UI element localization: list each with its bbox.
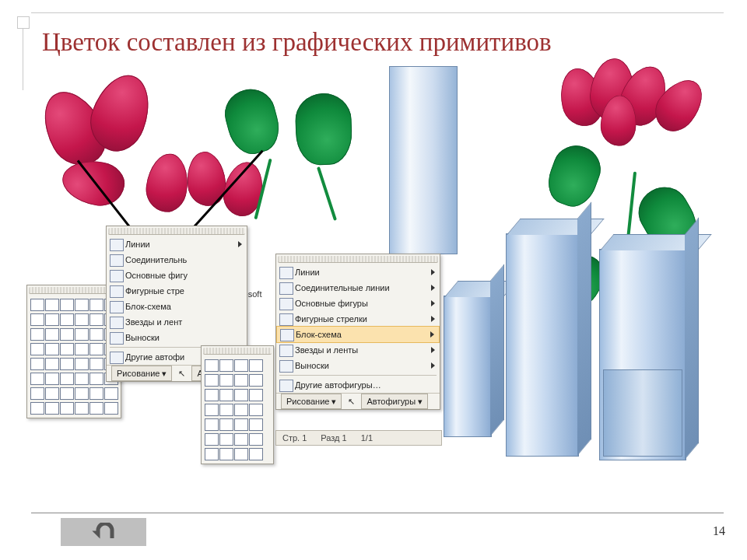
- palette-grip[interactable]: [203, 348, 272, 355]
- shape-cell[interactable]: [205, 389, 219, 401]
- shape-cell[interactable]: [89, 313, 103, 326]
- shape-cell[interactable]: [60, 402, 74, 415]
- shape-cell[interactable]: [89, 373, 103, 385]
- shape-cell[interactable]: [60, 373, 74, 385]
- shape-cell[interactable]: [89, 358, 103, 370]
- shape-cell[interactable]: [249, 389, 263, 401]
- shape-cell[interactable]: [45, 313, 59, 326]
- shape-cell[interactable]: [234, 389, 248, 401]
- shape-cell[interactable]: [89, 328, 103, 341]
- shape-cell[interactable]: [89, 387, 103, 400]
- autoshapes-menu-right[interactable]: Линии Соединительные линии Основные фигу…: [275, 254, 440, 410]
- shape-cell[interactable]: [249, 418, 263, 431]
- shape-cell[interactable]: [205, 374, 219, 387]
- menu-grip[interactable]: [278, 256, 438, 263]
- shape-cell[interactable]: [205, 404, 219, 416]
- shape-cell[interactable]: [104, 402, 118, 415]
- chevron-right-icon: [431, 300, 435, 306]
- shape-cell[interactable]: [234, 359, 248, 372]
- shape-cell[interactable]: [75, 313, 89, 326]
- shape-cell[interactable]: [75, 343, 89, 355]
- shape-cell[interactable]: [30, 343, 44, 355]
- menu-item-block-arrows[interactable]: Фигурные стре: [107, 283, 247, 299]
- chevron-right-icon: [431, 362, 435, 369]
- drawing-button[interactable]: Рисование ▾: [281, 394, 342, 409]
- status-page: Стр. 1: [282, 431, 307, 445]
- menu-item-connectors[interactable]: Соединительнь: [107, 252, 247, 268]
- menu-item-flowchart[interactable]: Блок-схема: [107, 299, 247, 314]
- shape-cell[interactable]: [30, 358, 44, 370]
- shape-cell[interactable]: [234, 374, 248, 387]
- menu-grip[interactable]: [108, 228, 245, 235]
- menu-item-callouts[interactable]: Выноски: [276, 358, 440, 373]
- menu-item-basic-shapes[interactable]: Основные фигу: [107, 268, 247, 283]
- shape-cell[interactable]: [45, 358, 59, 370]
- shape-cell[interactable]: [219, 433, 233, 446]
- shape-cell[interactable]: [45, 299, 59, 311]
- shape-cell[interactable]: [219, 448, 233, 460]
- shape-cell[interactable]: [45, 328, 59, 341]
- shape-cell[interactable]: [60, 328, 74, 341]
- shape-cell[interactable]: [30, 299, 44, 311]
- shape-cell[interactable]: [30, 313, 44, 326]
- shape-cell[interactable]: [75, 299, 89, 311]
- leaf: [219, 84, 285, 159]
- shape-cell[interactable]: [30, 387, 44, 400]
- shape-cell[interactable]: [234, 433, 248, 446]
- menu-item-stars-banners[interactable]: Звезды и лент: [107, 314, 247, 330]
- shape-cell[interactable]: [205, 359, 219, 372]
- shape-cell[interactable]: [234, 448, 248, 460]
- drawing-button[interactable]: Рисование ▾: [111, 366, 172, 381]
- shape-cell[interactable]: [219, 418, 233, 431]
- shape-cell[interactable]: [89, 343, 103, 355]
- shape-cell[interactable]: [60, 313, 74, 326]
- shape-cell[interactable]: [219, 404, 233, 416]
- shape-cell[interactable]: [60, 343, 74, 355]
- back-badge[interactable]: [61, 518, 146, 546]
- shape-cell[interactable]: [205, 418, 219, 431]
- shape-cell[interactable]: [104, 387, 118, 400]
- menu-item-lines[interactable]: Линии: [107, 236, 247, 252]
- shape-cell[interactable]: [30, 402, 44, 415]
- shape-cell[interactable]: [234, 404, 248, 416]
- menu-item-callouts[interactable]: Выноски: [107, 330, 247, 345]
- stem: [612, 172, 637, 381]
- shape-cell[interactable]: [45, 387, 59, 400]
- menu-item-stars-banners[interactable]: Звезды и ленты: [276, 342, 440, 358]
- shape-cell[interactable]: [89, 299, 103, 311]
- shape-cell[interactable]: [205, 433, 219, 446]
- shape-cell[interactable]: [60, 299, 74, 311]
- shape-cell[interactable]: [219, 374, 233, 387]
- shape-cell[interactable]: [234, 418, 248, 431]
- shape-cell[interactable]: [75, 328, 89, 341]
- shape-cell[interactable]: [75, 387, 89, 400]
- shape-cell[interactable]: [249, 433, 263, 446]
- menu-item-connectors[interactable]: Соединительные линии: [276, 280, 440, 296]
- shape-cell[interactable]: [249, 404, 263, 416]
- menu-item-lines[interactable]: Линии: [276, 264, 440, 280]
- shape-cell[interactable]: [60, 358, 74, 370]
- shape-cell[interactable]: [45, 373, 59, 385]
- autoshapes-button[interactable]: Автофигуры ▾: [361, 394, 428, 409]
- shape-cell[interactable]: [75, 358, 89, 370]
- shape-cell[interactable]: [60, 387, 74, 400]
- shape-cell[interactable]: [75, 373, 89, 385]
- shape-cell[interactable]: [45, 343, 59, 355]
- shape-cell[interactable]: [75, 402, 89, 415]
- shape-cell[interactable]: [219, 389, 233, 401]
- menu-item-block-arrows[interactable]: Фигурные стрелки: [276, 311, 440, 327]
- shapes-palette-mid[interactable]: [201, 345, 274, 464]
- petal: [587, 56, 637, 122]
- menu-item-more-autoshapes[interactable]: Другие автофигуры…: [276, 377, 440, 393]
- shape-cell[interactable]: [30, 373, 44, 385]
- shape-cell[interactable]: [45, 402, 59, 415]
- shape-cell[interactable]: [249, 359, 263, 372]
- shape-cell[interactable]: [249, 374, 263, 387]
- shape-cell[interactable]: [219, 359, 233, 372]
- menu-item-flowchart[interactable]: Блок-схема: [276, 326, 440, 343]
- shape-cell[interactable]: [30, 328, 44, 341]
- shape-cell[interactable]: [249, 448, 263, 460]
- shape-cell[interactable]: [89, 402, 103, 415]
- menu-item-basic-shapes[interactable]: Основные фигуры: [276, 296, 440, 311]
- shape-cell[interactable]: [205, 448, 219, 460]
